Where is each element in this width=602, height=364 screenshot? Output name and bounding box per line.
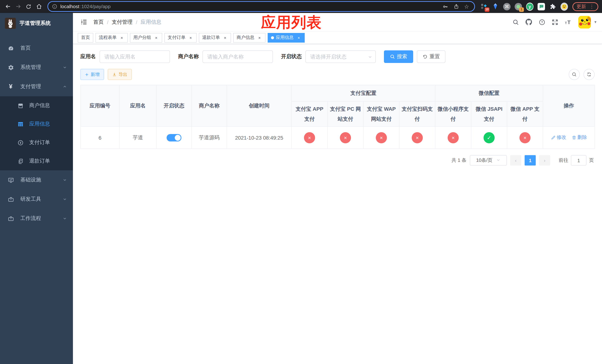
close-icon[interactable]: × (257, 35, 262, 40)
browser-update-button[interactable]: 更新 ⋮ (572, 2, 598, 11)
password-key-icon[interactable] (442, 3, 448, 10)
sidebar-item-app-info[interactable]: 应用信息 (0, 115, 73, 133)
share-icon[interactable] (453, 4, 459, 9)
add-button[interactable]: 新增 (80, 69, 104, 80)
col-created: 创建时间 (227, 85, 291, 127)
total-count: 共 1 条 (452, 157, 466, 164)
breadcrumb-home[interactable]: 首页 (93, 19, 104, 25)
toolbox-icon (7, 215, 14, 222)
search-icon[interactable] (513, 19, 519, 25)
sidebar-item-refund-order[interactable]: 退款订单 (0, 152, 73, 170)
page-size-select[interactable]: 10条/页 (470, 155, 507, 166)
close-icon[interactable]: × (154, 35, 159, 40)
toolbox-icon (7, 196, 14, 203)
col-wechat-mini: 微信小程序支付 (435, 101, 471, 127)
prev-page-button[interactable]: ‹ (510, 155, 521, 166)
chat-extension-icon[interactable] (538, 3, 545, 10)
sidebar-item-label: 退款订单 (29, 158, 50, 164)
show-search-icon[interactable] (569, 69, 580, 80)
sidebar-item-dev-tools[interactable]: 研发工具 (0, 190, 73, 209)
sidebar-item-pay-order[interactable]: ¥ 支付订单 (0, 133, 73, 152)
site-info-icon[interactable] (52, 4, 57, 9)
browser-reload-icon[interactable] (24, 2, 33, 11)
browser-forward-icon[interactable] (13, 2, 23, 11)
github-icon[interactable] (526, 19, 533, 26)
apps-table: 应用编号 应用名 开启状态 商户名称 创建时间 支付宝配置 微信配置 操作 支付… (80, 85, 595, 149)
browser-back-icon[interactable] (3, 2, 13, 11)
tag-process-form[interactable]: 流程表单× (96, 33, 128, 43)
tag-pay-order[interactable]: 支付订单× (164, 33, 197, 43)
fullscreen-icon[interactable] (552, 19, 559, 25)
sidebar-item-infra[interactable]: 基础设施 (0, 170, 73, 190)
help-icon[interactable]: ? (539, 19, 546, 25)
sidebar-item-pay[interactable]: ¥ 支付管理 (0, 77, 73, 96)
sidebar-item-merchant-info[interactable]: 商户信息 (0, 96, 73, 115)
sidebar-item-home[interactable]: 首页 (0, 39, 73, 58)
gem-extension-icon[interactable] (492, 3, 499, 10)
close-icon[interactable]: × (296, 35, 301, 40)
user-avatar[interactable] (579, 16, 591, 28)
caret-down-icon[interactable]: ▾ (594, 20, 596, 24)
sidebar-collapse-icon[interactable] (78, 17, 89, 27)
yuque-extension-icon[interactable]: y (526, 3, 534, 10)
close-icon[interactable]: × (119, 35, 124, 40)
tag-app-info[interactable]: 应用信息× (268, 33, 305, 43)
chevron-down-icon (63, 216, 67, 221)
status-select-input[interactable] (305, 50, 376, 63)
browser-home-icon[interactable] (34, 2, 44, 11)
search-button[interactable]: 搜索 (384, 50, 413, 63)
bookmark-star-icon[interactable]: ☆ (464, 4, 469, 9)
status-select[interactable] (305, 50, 376, 63)
delete-button[interactable]: 删除 (571, 134, 587, 141)
col-alipay-app: 支付宝 APP 支付 (291, 101, 327, 127)
tag-merchant-info[interactable]: 商户信息× (233, 33, 266, 43)
toggle-knob (175, 135, 181, 140)
col-alipay-qr: 支付宝扫码支付 (399, 101, 435, 127)
tag-user-group[interactable]: 用户分组× (130, 33, 162, 43)
command-extension-icon[interactable]: ⌘ (503, 3, 511, 10)
sidebar-item-workflow[interactable]: 工作流程 (0, 209, 73, 228)
svg-text:T: T (568, 19, 571, 25)
sidebar: 芋道管理系统 首页 系统管理 ¥ (0, 13, 73, 364)
page-1-button[interactable]: 1 (525, 155, 536, 166)
merchant-name-input[interactable] (203, 50, 273, 63)
browser-menu-icon[interactable]: ⋮ (589, 4, 594, 9)
chevron-down-icon (496, 158, 501, 163)
close-icon[interactable]: × (188, 35, 193, 40)
filter-form: 应用名 商户名称 开启状态 搜索 重置 (80, 50, 595, 63)
sidebar-item-label: 研发工具 (20, 196, 41, 203)
sidebar-item-system[interactable]: 系统管理 (0, 58, 73, 77)
breadcrumb-pay[interactable]: 支付管理 (112, 19, 133, 25)
next-page-button[interactable]: › (539, 155, 550, 166)
goto-unit: 页 (589, 157, 594, 164)
edit-button[interactable]: 修改 (551, 134, 566, 141)
export-button[interactable]: 导出 (108, 69, 132, 80)
cell-created: 2021-10-23 08:49:25 (227, 127, 291, 149)
profile-avatar-icon[interactable] (560, 3, 568, 10)
extension-panel-icon[interactable]: 10 (480, 3, 488, 10)
disabled-icon: × (304, 132, 315, 143)
tag-home[interactable]: 首页 (78, 33, 93, 43)
documents-icon (17, 158, 24, 164)
monitor-chart-icon (7, 177, 14, 183)
goto-page-input[interactable] (571, 155, 586, 166)
chevron-up-icon (63, 85, 67, 89)
extensions-puzzle-icon[interactable] (549, 3, 557, 10)
svg-text:T: T (565, 21, 567, 24)
cell-app-id: 6 (81, 127, 119, 149)
address-bar[interactable]: localhost:1024/pay/app ☆ (47, 1, 475, 12)
app-name-input[interactable] (100, 50, 170, 63)
status-toggle[interactable] (167, 134, 182, 141)
shop-icon (17, 102, 24, 109)
coin-yen-icon: ¥ (17, 139, 24, 146)
tag-refund-order[interactable]: 退款订单× (199, 33, 231, 43)
close-icon[interactable]: × (223, 35, 228, 40)
col-actions: 操作 (543, 85, 595, 127)
col-wechat-jsapi: 微信 JSAPI 支付 (471, 101, 507, 127)
recorder-extension-icon[interactable]: 1 (515, 3, 522, 10)
refresh-icon[interactable] (583, 69, 595, 80)
reset-button[interactable]: 重置 (417, 50, 445, 63)
font-size-icon[interactable]: TT (565, 19, 572, 25)
browser-toolbar: localhost:1024/pay/app ☆ 10 ⌘ (0, 0, 602, 13)
cell-actions: 修改 删除 (543, 127, 595, 149)
